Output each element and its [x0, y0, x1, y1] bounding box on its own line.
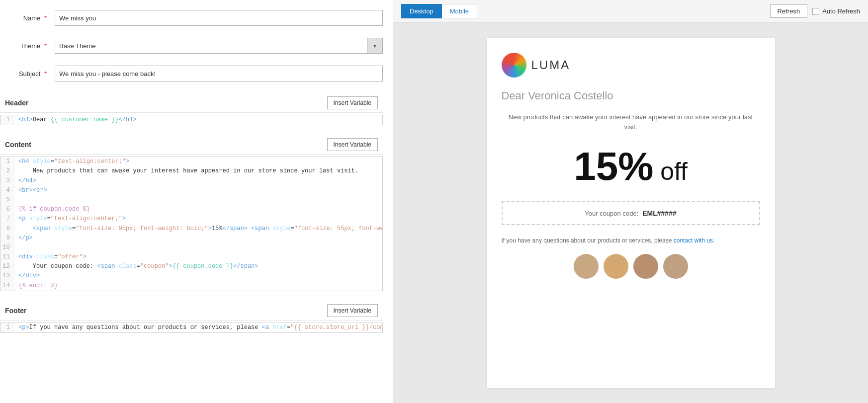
preview-toolbar: Desktop Mobile Refresh Auto Refresh	[393, 0, 868, 23]
email-content-card: LUMA Dear Veronica Costello New products…	[487, 38, 775, 388]
content-line-5: 5	[0, 195, 382, 205]
name-label: Name *	[5, 14, 55, 22]
footer-link[interactable]: contact with us.	[674, 237, 715, 244]
refresh-button[interactable]: Refresh	[770, 4, 808, 18]
footer-code-line-1: 1 <p>If you have any questions about our…	[0, 323, 382, 332]
email-body-text: New products that can awake your interes…	[502, 112, 760, 132]
discount-banner: 15% off	[502, 147, 760, 186]
subject-input[interactable]	[55, 66, 383, 81]
avatar-4	[663, 254, 688, 279]
content-line-10: 10	[0, 243, 382, 252]
theme-select-wrapper: Base Theme	[55, 38, 383, 54]
content-line-14: 14 {% endif %}	[0, 281, 382, 291]
header-section: Header Insert Variable 1 <h1>Dear {{ cus…	[0, 93, 383, 125]
auto-refresh-wrapper: Auto Refresh	[812, 7, 860, 15]
avatar-1	[574, 254, 599, 279]
discount-number: 15%	[574, 144, 653, 188]
required-star-subject: *	[44, 70, 47, 78]
header-insert-variable-btn[interactable]: Insert Variable	[327, 96, 378, 109]
auto-refresh-label: Auto Refresh	[822, 7, 860, 15]
content-code-editor[interactable]: 1 <h4 style="text-align:center;"> 2 New …	[0, 157, 383, 291]
luma-logo: LUMA	[502, 53, 760, 78]
content-insert-variable-btn[interactable]: Insert Variable	[327, 138, 378, 151]
discount-off: off	[653, 158, 688, 185]
content-line-11: 11 <div class="offer">	[0, 252, 382, 262]
coupon-box: Your coupon code: EML#####	[502, 201, 760, 225]
coupon-label: Your coupon code:	[585, 210, 638, 217]
header-code-editor[interactable]: 1 <h1>Dear {{ customer_name }}</h1>	[0, 115, 383, 125]
required-star-theme: *	[44, 42, 47, 50]
luma-brand-name: LUMA	[531, 58, 571, 72]
avatar-2	[604, 254, 628, 279]
content-line-9: 9 </p>	[0, 234, 382, 243]
content-line-8: 8 <span style="font-size: 95px; font-wei…	[0, 224, 382, 234]
content-line-7: 7 <p style="text-align:center;">	[0, 214, 382, 224]
mobile-tab[interactable]: Mobile	[442, 4, 477, 18]
footer-insert-variable-btn[interactable]: Insert Variable	[327, 304, 378, 317]
content-section: Content Insert Variable 1 <h4 style="tex…	[0, 135, 383, 291]
content-line-4: 4 <br><br>	[0, 186, 382, 195]
required-star: *	[44, 14, 47, 22]
content-line-1: 1 <h4 style="text-align:center;">	[0, 157, 382, 166]
email-preview-area: LUMA Dear Veronica Costello New products…	[393, 23, 868, 403]
content-line-3: 3 </h4>	[0, 176, 382, 186]
content-section-title: Content	[5, 141, 31, 149]
avatars-row	[502, 254, 760, 279]
content-line-2: 2 New products that can awake your inter…	[0, 166, 382, 176]
header-section-title: Header	[5, 99, 28, 107]
luma-logo-circle	[502, 53, 526, 78]
coupon-code: EML#####	[642, 209, 676, 217]
content-line-12: 12 Your coupon code: <span class="coupon…	[0, 262, 382, 271]
header-code-line: 1 <h1>Dear {{ customer_name }}</h1>	[0, 115, 382, 125]
content-line-13: 13 </div>	[0, 271, 382, 281]
footer-code-editor[interactable]: 1 <p>If you have any questions about our…	[0, 322, 383, 333]
theme-select[interactable]: Base Theme	[55, 38, 383, 54]
desktop-tab[interactable]: Desktop	[401, 4, 442, 18]
footer-section-title: Footer	[5, 307, 27, 315]
email-greeting: Dear Veronica Costello	[502, 89, 760, 102]
email-footer-text: If you have any questions about our prod…	[502, 237, 760, 244]
auto-refresh-checkbox[interactable]	[812, 8, 819, 15]
theme-label: Theme *	[5, 42, 55, 50]
content-line-6: 6 {% if coupon.code %}	[0, 205, 382, 214]
avatar-3	[633, 254, 658, 279]
right-panel: Desktop Mobile Refresh Auto Refresh LUMA…	[393, 0, 868, 403]
footer-section: Footer Insert Variable 1 <p>If you have …	[0, 301, 383, 333]
subject-label: Subject *	[5, 70, 55, 78]
name-input[interactable]	[55, 10, 383, 26]
